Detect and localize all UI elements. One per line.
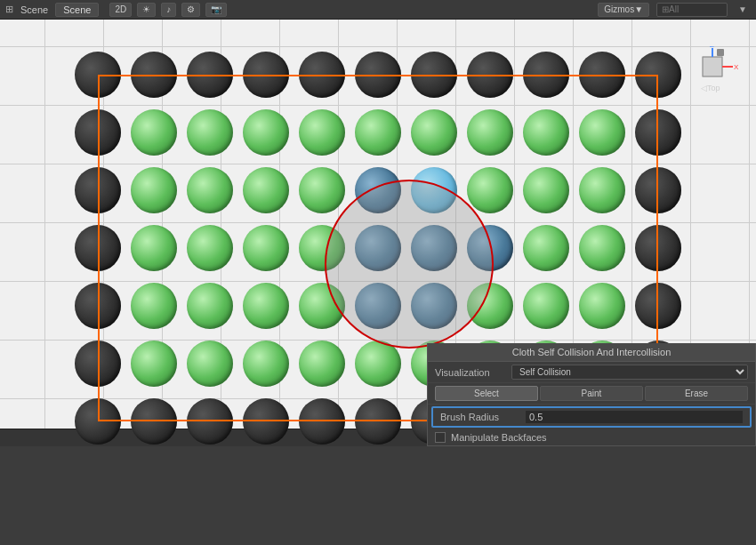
manipulate-backfaces-checkbox[interactable] — [435, 432, 446, 443]
2d-button[interactable]: 2D — [109, 3, 132, 17]
toolbar: 2D ☀ ♪ ⚙ 📷 — [109, 3, 227, 17]
brush-radius-row: Brush Radius — [431, 406, 752, 428]
svg-rect-0 — [703, 57, 722, 76]
collapse-button[interactable]: ▼ — [735, 4, 751, 14]
manipulate-backfaces-row: Manipulate Backfaces — [428, 429, 755, 445]
scene-view: Z X ◁Top Cloth Self Collision And Interc… — [0, 20, 756, 446]
svg-text:Z: Z — [710, 46, 714, 49]
scene-tab[interactable]: Scene — [55, 3, 99, 17]
visualization-row: Visualization Self Collision — [428, 362, 755, 383]
brush-circle — [325, 180, 494, 349]
erase-button[interactable]: Erase — [645, 386, 748, 401]
mode-button-group: Select Paint Erase — [435, 386, 748, 401]
top-bar: ⊞ Scene Scene 2D ☀ ♪ ⚙ 📷 Gizmos ▼ ▼ — [0, 0, 756, 20]
gizmo-widget: Z X ◁Top — [685, 46, 738, 108]
camera-button[interactable]: 📷 — [205, 3, 227, 17]
fx-button[interactable]: ⚙ — [181, 3, 200, 17]
paint-button[interactable]: Paint — [540, 386, 643, 401]
lighting-button[interactable]: ☀ — [137, 3, 156, 17]
search-input[interactable] — [656, 3, 728, 17]
gizmos-button[interactable]: Gizmos ▼ — [598, 3, 649, 17]
mode-buttons-row: Select Paint Erase — [428, 383, 755, 405]
window-title: Scene — [20, 4, 48, 15]
audio-button[interactable]: ♪ — [161, 3, 176, 17]
svg-rect-6 — [717, 49, 724, 56]
svg-text:◁Top: ◁Top — [701, 84, 720, 92]
visualization-dropdown[interactable]: Self Collision — [511, 365, 748, 380]
bottom-panel: Cloth Self Collision And Intercollision … — [427, 343, 756, 446]
select-button[interactable]: Select — [435, 386, 538, 401]
svg-text:X: X — [734, 63, 738, 71]
panel-title: Cloth Self Collision And Intercollision — [428, 343, 755, 362]
hash-icon: ⊞ — [5, 4, 13, 15]
manipulate-backfaces-label: Manipulate Backfaces — [451, 432, 547, 443]
brush-radius-input[interactable] — [526, 411, 743, 423]
brush-radius-label: Brush Radius — [440, 412, 520, 422]
visualization-label: Visualization — [435, 367, 506, 378]
